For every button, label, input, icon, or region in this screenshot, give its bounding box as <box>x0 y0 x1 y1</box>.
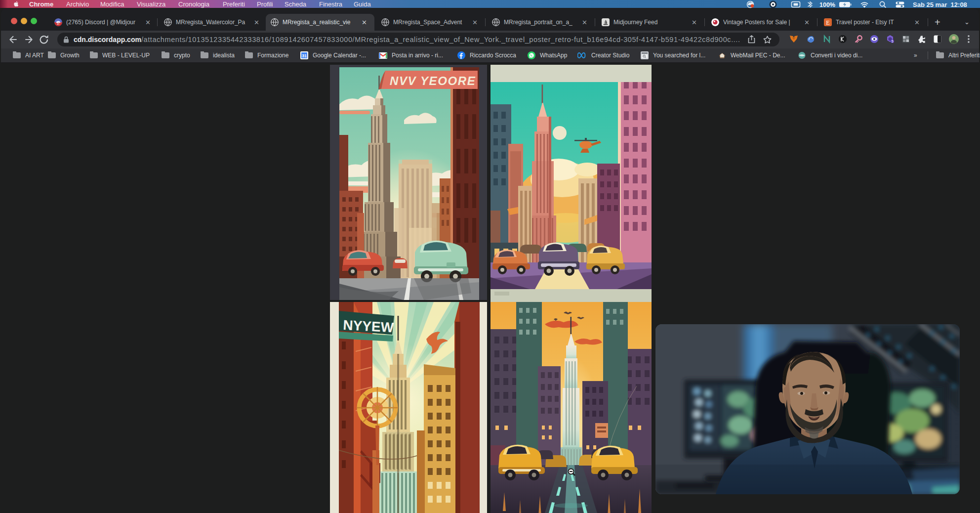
svg-text:E: E <box>826 19 829 26</box>
svg-text:5: 5 <box>892 40 894 43</box>
svg-text:31: 31 <box>302 53 307 58</box>
svg-text:NYYEW: NYYEW <box>343 317 395 335</box>
svg-text:2+: 2+ <box>57 23 60 25</box>
svg-text:NVV YEOORE: NVV YEOORE <box>390 74 476 87</box>
svg-text:100%: 100% <box>819 1 835 8</box>
